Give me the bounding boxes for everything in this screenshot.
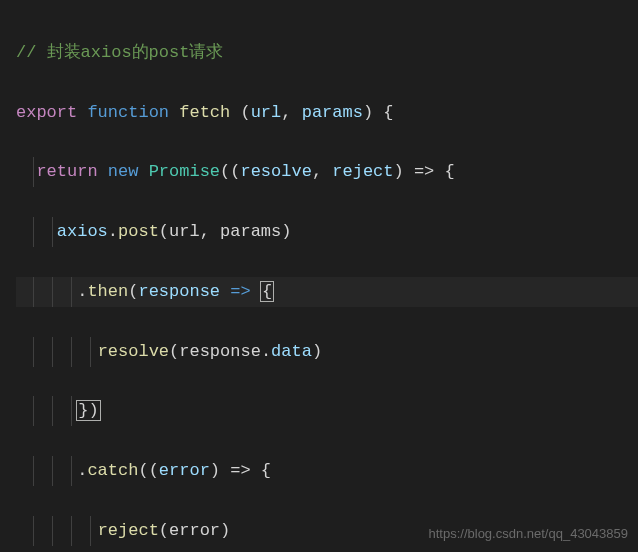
code-line: }) xyxy=(16,396,638,426)
cursor-position: { xyxy=(260,281,274,302)
code-line: export function fetch (url, params) { xyxy=(16,98,638,128)
watermark-text: https://blog.csdn.net/qq_43043859 xyxy=(429,523,629,546)
code-line: axios.post(url, params) xyxy=(16,217,638,247)
code-line: return new Promise((resolve, reject) => … xyxy=(16,157,638,187)
code-editor[interactable]: // 封装axios的post请求 export function fetch … xyxy=(0,8,638,552)
comment-text: // 封装axios的post请求 xyxy=(16,43,223,62)
code-line: .catch((error) => { xyxy=(16,456,638,486)
code-line: .then(response => { xyxy=(16,277,638,307)
code-line: // 封装axios的post请求 xyxy=(16,38,638,68)
code-line: resolve(response.data) xyxy=(16,337,638,367)
